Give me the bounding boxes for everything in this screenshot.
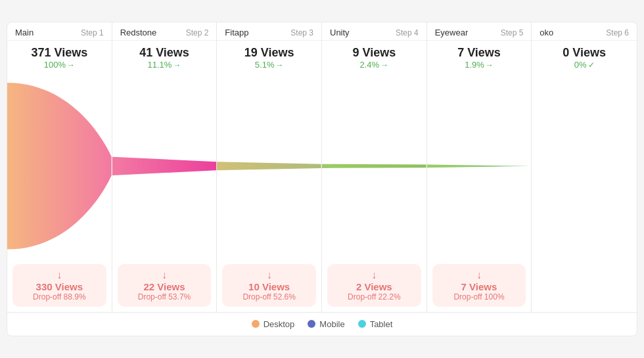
dropoff-box-1: ↓ 330 Views Drop-off 88.9% <box>12 264 106 307</box>
pct-value-4: 2.4% <box>360 60 380 70</box>
pct-value-2: 11.1% <box>148 60 172 70</box>
pct-value-1: 100% <box>44 60 66 70</box>
dropoff-views-4: 2 Views <box>334 281 415 292</box>
col-stats-1: 371 Views 100% → <box>7 41 112 74</box>
col-step-3: Step 3 <box>290 28 313 37</box>
col-header-6: oko Step 6 <box>532 22 637 41</box>
views-count-1: 371 Views <box>15 46 104 60</box>
funnel-chart: Main Step 1 371 Views 100% → ↓ 330 Views… <box>7 22 637 336</box>
dropoff-box-4: ↓ 2 Views Drop-off 22.2% <box>327 264 421 307</box>
views-pct-3: 5.1% → <box>225 60 313 70</box>
col-stats-2: 41 Views 11.1% → <box>112 41 217 74</box>
legend-dot-3 <box>358 320 366 328</box>
funnel-visual-3 <box>217 74 321 259</box>
legend-label-3: Tablet <box>370 319 393 329</box>
views-pct-5: 1.9% → <box>435 60 524 70</box>
views-count-2: 41 Views <box>120 46 209 60</box>
dropoff-arrow-3: ↓ <box>229 269 310 281</box>
dropoff-box-5: ↓ 7 Views Drop-off 100% <box>432 264 526 307</box>
pct-symbol-6: ✓ <box>588 60 595 70</box>
pct-value-3: 5.1% <box>255 60 275 70</box>
dropoff-box-2: ↓ 22 Views Drop-off 53.7% <box>118 264 212 307</box>
col-header-1: Main Step 1 <box>7 22 112 41</box>
col-stats-6: 0 Views 0% ✓ <box>532 41 637 74</box>
col-name-1: Main <box>15 28 34 37</box>
funnel-col-6: oko Step 6 0 Views 0% ✓ <box>532 22 637 312</box>
pct-symbol-3: → <box>275 60 283 70</box>
views-count-6: 0 Views <box>540 46 629 60</box>
dropoff-views-2: 22 Views <box>124 281 205 292</box>
funnel-grid: Main Step 1 371 Views 100% → ↓ 330 Views… <box>7 22 637 313</box>
col-name-5: Eyewear <box>435 28 469 37</box>
col-step-5: Step 5 <box>501 28 524 37</box>
col-stats-5: 7 Views 1.9% → <box>427 41 532 74</box>
col-name-6: oko <box>540 28 553 37</box>
views-pct-4: 2.4% → <box>330 60 419 70</box>
dropoff-arrow-5: ↓ <box>439 269 520 281</box>
dropoff-views-3: 10 Views <box>229 281 310 292</box>
views-count-5: 7 Views <box>435 46 524 60</box>
legend-dot-2 <box>308 320 315 328</box>
col-step-6: Step 6 <box>606 28 629 37</box>
col-name-4: Unity <box>330 28 350 37</box>
pct-symbol-1: → <box>67 60 75 70</box>
dropoff-box-3: ↓ 10 Views Drop-off 52.6% <box>222 264 316 307</box>
col-header-2: Redstone Step 2 <box>112 22 217 41</box>
legend-label-1: Desktop <box>264 319 295 329</box>
funnel-visual-1 <box>7 74 112 259</box>
dropoff-views-1: 330 Views <box>19 281 100 292</box>
views-pct-1: 100% → <box>15 60 104 70</box>
col-name-2: Redstone <box>120 28 157 37</box>
col-header-3: Fitapp Step 3 <box>217 22 321 41</box>
pct-value-6: 0% <box>574 60 587 70</box>
pct-symbol-2: → <box>173 60 181 70</box>
col-step-4: Step 4 <box>396 28 419 37</box>
funnel-col-3: Fitapp Step 3 19 Views 5.1% → ↓ 10 Views… <box>217 22 322 312</box>
chart-legend: Desktop Mobile Tablet <box>7 313 637 336</box>
dropoff-label-3: Drop-off 52.6% <box>229 292 310 302</box>
pct-symbol-5: → <box>486 60 494 70</box>
dropoff-arrow-2: ↓ <box>124 269 205 281</box>
col-stats-4: 9 Views 2.4% → <box>322 41 426 74</box>
funnel-col-2: Redstone Step 2 41 Views 11.1% → ↓ 22 Vi… <box>112 22 218 312</box>
funnel-visual-5 <box>427 74 532 259</box>
col-name-3: Fitapp <box>225 28 248 37</box>
legend-label-2: Mobile <box>319 319 344 329</box>
dropoff-arrow-1: ↓ <box>19 269 100 281</box>
col-stats-3: 19 Views 5.1% → <box>217 41 321 74</box>
col-step-2: Step 2 <box>186 28 209 37</box>
dropoff-label-1: Drop-off 88.9% <box>19 292 100 302</box>
legend-item-3: Tablet <box>358 319 393 329</box>
legend-item-2: Mobile <box>308 319 344 329</box>
pct-symbol-4: → <box>380 60 388 70</box>
col-header-4: Unity Step 4 <box>322 22 426 41</box>
dropoff-views-5: 7 Views <box>439 281 520 292</box>
col-step-1: Step 1 <box>81 28 104 37</box>
dropoff-label-2: Drop-off 53.7% <box>124 292 205 302</box>
dropoff-label-5: Drop-off 100% <box>439 292 520 302</box>
pct-value-5: 1.9% <box>465 60 484 70</box>
legend-item-1: Desktop <box>252 319 295 329</box>
funnel-visual-4 <box>322 74 426 259</box>
views-count-4: 9 Views <box>330 46 419 60</box>
views-pct-2: 11.1% → <box>120 60 209 70</box>
col-header-5: Eyewear Step 5 <box>427 22 532 41</box>
funnel-col-4: Unity Step 4 9 Views 2.4% → ↓ 2 Views Dr… <box>322 22 427 312</box>
funnel-visual-2 <box>112 74 217 259</box>
funnel-col-1: Main Step 1 371 Views 100% → ↓ 330 Views… <box>7 22 112 312</box>
legend-dot-1 <box>252 320 260 328</box>
views-count-3: 19 Views <box>225 46 313 60</box>
views-pct-6: 0% ✓ <box>540 60 629 70</box>
dropoff-arrow-4: ↓ <box>334 269 415 281</box>
funnel-visual-6 <box>532 74 637 266</box>
dropoff-label-4: Drop-off 22.2% <box>334 292 415 302</box>
funnel-col-5: Eyewear Step 5 7 Views 1.9% → ↓ 7 Views … <box>427 22 532 312</box>
